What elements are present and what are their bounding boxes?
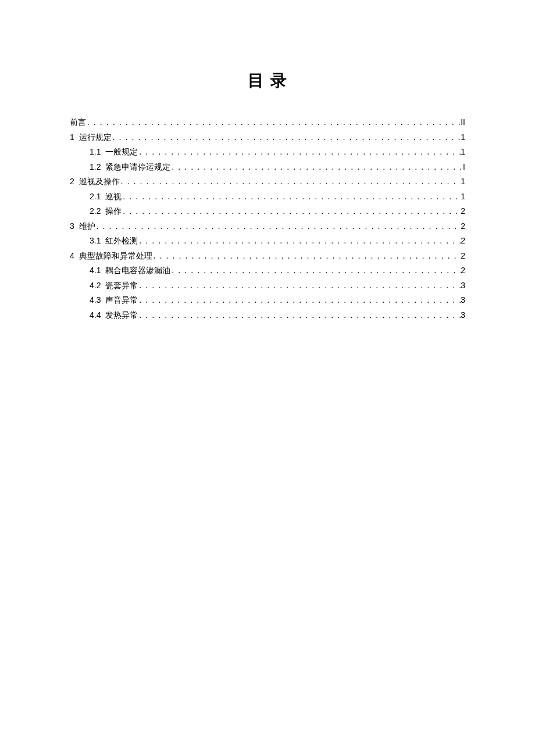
toc-entry-label: 2.1巡视 bbox=[90, 189, 122, 205]
toc-entry-page: 3 bbox=[461, 278, 465, 293]
toc-entry-label: 3维护 bbox=[70, 219, 95, 234]
toc-entry-text: 瓷套异常 bbox=[105, 281, 138, 290]
toc-leader-dots bbox=[152, 249, 461, 264]
toc-entry-number: 4.1 bbox=[90, 263, 101, 278]
toc-entry-text: 典型故障和异常处理 bbox=[79, 252, 152, 260]
toc-entry-page: 1 bbox=[461, 174, 465, 189]
toc-entry-label: 1运行规定 bbox=[70, 130, 112, 145]
toc-entry-page: 1 bbox=[461, 130, 465, 145]
toc-entry-page: 2 bbox=[461, 249, 465, 263]
toc-leader-dots bbox=[138, 309, 461, 323]
toc-leader-dots bbox=[120, 175, 461, 189]
toc-entry-text: 运行规定 bbox=[79, 133, 112, 142]
toc-entry: 4.2瓷套异常3 bbox=[70, 278, 465, 293]
toc-entry-number: 2.1 bbox=[90, 189, 101, 204]
toc-entry-text: 操作 bbox=[105, 207, 122, 216]
toc-entry: 4.4发热异常3 bbox=[70, 308, 465, 323]
toc-entry-label: 4.4发热异常 bbox=[90, 308, 138, 323]
toc-leader-dots bbox=[138, 234, 461, 249]
toc-entry-label: 4.3声音异常 bbox=[90, 293, 138, 308]
toc-entry-number: 1.2 bbox=[90, 160, 101, 174]
toc-leader-dots bbox=[122, 190, 461, 205]
toc-entry: 1.2紧急申请停运规定I bbox=[70, 160, 465, 175]
toc-entry: 2.2操作2 bbox=[70, 204, 465, 219]
toc-entry-text: 前言 bbox=[70, 118, 86, 127]
toc-entry-page: 1 bbox=[461, 145, 465, 159]
toc-entry: 2.1巡视1 bbox=[70, 189, 465, 205]
toc-entry-page: 2 bbox=[461, 263, 465, 278]
toc-entry: 3维护2 bbox=[70, 219, 465, 234]
toc-entry: 4.1耦合电容器渗漏油2 bbox=[70, 263, 465, 278]
toc-leader-dots bbox=[170, 264, 461, 278]
toc-entry-page: 3 bbox=[461, 308, 465, 323]
toc-entry-number: 1 bbox=[70, 130, 74, 145]
toc-entry: 2巡视及操作1 bbox=[70, 174, 465, 189]
toc-entry-text: 耦合电容器渗漏油 bbox=[105, 266, 170, 275]
toc-entry-number: 2 bbox=[70, 174, 74, 189]
toc-entry-label: 1.1一般规定 bbox=[90, 145, 138, 160]
toc-entry-label: 2巡视及操作 bbox=[70, 174, 120, 189]
toc-entry-page: 2 bbox=[461, 204, 465, 218]
toc-entry-text: 维护 bbox=[79, 222, 95, 231]
toc-entry-number: 4.2 bbox=[90, 278, 101, 293]
toc-entry-text: 发热异常 bbox=[105, 311, 138, 320]
toc-entry-label: 2.2操作 bbox=[90, 204, 122, 219]
toc-leader-dots bbox=[122, 205, 461, 219]
toc-entry-label: 4.1耦合电容器渗漏油 bbox=[90, 263, 170, 278]
document-page: 目 录 前言II1运行规定11.1一般规定11.2紧急申请停运规定I2巡视及操作… bbox=[0, 0, 535, 323]
toc-entry-page: 1 bbox=[461, 189, 465, 204]
toc-entry-label: 4.2瓷套异常 bbox=[90, 278, 138, 293]
toc-entry-number: 2.2 bbox=[90, 204, 101, 218]
toc-leader-dots bbox=[138, 279, 461, 293]
toc-entry: 3.1红外检测2 bbox=[70, 234, 465, 249]
toc-entry-label: 4典型故障和异常处理 bbox=[70, 249, 152, 264]
toc-entry-page: 2 bbox=[461, 219, 465, 234]
toc-entry: 1运行规定1 bbox=[70, 130, 465, 145]
toc-entry-page: I bbox=[463, 160, 465, 174]
toc-entry-label: 3.1红外检测 bbox=[90, 234, 138, 249]
toc-leader-dots bbox=[112, 131, 461, 145]
toc-entry-number: 3.1 bbox=[90, 234, 101, 248]
toc-entry-label: 1.2紧急申请停运规定 bbox=[90, 160, 170, 175]
toc-entry: 前言II bbox=[70, 115, 465, 130]
toc-entry-page: II bbox=[461, 115, 465, 130]
toc-entry-text: 声音异常 bbox=[105, 296, 138, 304]
toc-entry-label: 前言 bbox=[70, 116, 86, 130]
toc-entry: 4典型故障和异常处理2 bbox=[70, 249, 465, 264]
toc-entry-text: 巡视 bbox=[105, 192, 122, 201]
toc-title: 目 录 bbox=[70, 70, 465, 92]
toc-entry-text: 巡视及操作 bbox=[79, 177, 120, 186]
toc-entry: 4.3声音异常3 bbox=[70, 293, 465, 308]
toc-entry-page: 3 bbox=[461, 293, 465, 307]
toc-leader-dots bbox=[86, 116, 461, 130]
toc-entry-number: 1.1 bbox=[90, 145, 101, 159]
toc-leader-dots bbox=[95, 220, 461, 234]
toc-leader-dots bbox=[138, 145, 461, 160]
toc-entry-text: 一般规定 bbox=[105, 148, 138, 156]
toc-entry-text: 紧急申请停运规定 bbox=[105, 163, 170, 171]
table-of-contents: 前言II1运行规定11.1一般规定11.2紧急申请停运规定I2巡视及操作12.1… bbox=[70, 115, 465, 323]
toc-entry-number: 4.3 bbox=[90, 293, 101, 307]
toc-entry: 1.1一般规定1 bbox=[70, 145, 465, 160]
toc-leader-dots bbox=[170, 160, 463, 175]
toc-entry-text: 红外检测 bbox=[105, 237, 138, 245]
toc-entry-number: 3 bbox=[70, 219, 74, 234]
toc-leader-dots bbox=[138, 293, 461, 308]
toc-entry-page: 2 bbox=[461, 234, 465, 248]
toc-entry-number: 4 bbox=[70, 249, 74, 263]
toc-entry-number: 4.4 bbox=[90, 308, 101, 323]
